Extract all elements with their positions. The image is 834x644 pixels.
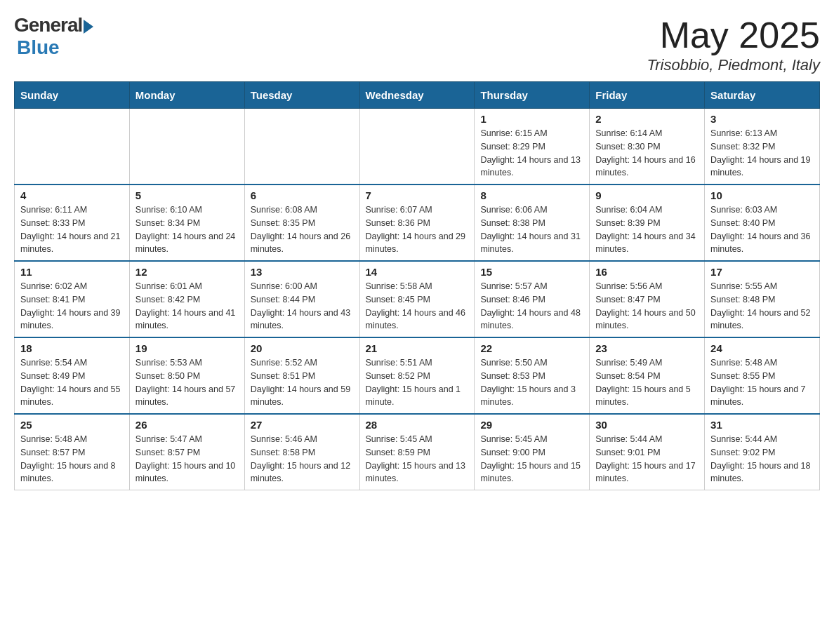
- day-number: 19: [135, 342, 239, 354]
- day-number: 20: [251, 342, 354, 354]
- day-info: Sunrise: 6:11 AM Sunset: 8:33 PM Dayligh…: [20, 205, 120, 254]
- table-row: 13Sunrise: 6:00 AM Sunset: 8:44 PM Dayli…: [244, 261, 359, 337]
- day-number: 30: [595, 419, 699, 431]
- day-number: 17: [710, 266, 814, 278]
- day-number: 31: [710, 419, 814, 431]
- day-number: 26: [135, 419, 239, 431]
- day-info: Sunrise: 6:06 AM Sunset: 8:38 PM Dayligh…: [480, 205, 580, 254]
- table-row: 30Sunrise: 5:44 AM Sunset: 9:01 PM Dayli…: [590, 414, 705, 490]
- day-number: 7: [366, 189, 469, 201]
- title-block: May 2025 Trisobbio, Piedmont, Italy: [647, 14, 820, 74]
- day-info: Sunrise: 6:04 AM Sunset: 8:39 PM Dayligh…: [595, 205, 695, 254]
- table-row: 4Sunrise: 6:11 AM Sunset: 8:33 PM Daylig…: [15, 185, 130, 261]
- page-header: General Blue May 2025 Trisobbio, Piedmon…: [14, 14, 820, 74]
- table-row: 3Sunrise: 6:13 AM Sunset: 8:32 PM Daylig…: [705, 109, 820, 185]
- table-row: 21Sunrise: 5:51 AM Sunset: 8:52 PM Dayli…: [359, 337, 475, 414]
- day-number: 21: [366, 342, 469, 354]
- day-number: 27: [251, 419, 354, 431]
- day-info: Sunrise: 6:03 AM Sunset: 8:40 PM Dayligh…: [710, 205, 810, 254]
- day-number: 16: [595, 266, 699, 278]
- day-number: 11: [20, 266, 124, 278]
- table-row: 16Sunrise: 5:56 AM Sunset: 8:47 PM Dayli…: [590, 261, 705, 337]
- calendar-week-row: 18Sunrise: 5:54 AM Sunset: 8:49 PM Dayli…: [15, 337, 820, 414]
- col-friday: Friday: [590, 82, 705, 109]
- day-info: Sunrise: 6:13 AM Sunset: 8:32 PM Dayligh…: [710, 128, 810, 177]
- day-number: 24: [710, 342, 814, 354]
- day-number: 12: [135, 266, 239, 278]
- day-info: Sunrise: 5:47 AM Sunset: 8:57 PM Dayligh…: [135, 434, 235, 483]
- logo-arrow-icon: [84, 20, 93, 34]
- day-info: Sunrise: 5:54 AM Sunset: 8:49 PM Dayligh…: [20, 358, 120, 407]
- day-info: Sunrise: 6:14 AM Sunset: 8:30 PM Dayligh…: [595, 128, 695, 177]
- col-monday: Monday: [129, 82, 244, 109]
- col-saturday: Saturday: [705, 82, 820, 109]
- day-info: Sunrise: 6:07 AM Sunset: 8:36 PM Dayligh…: [366, 205, 465, 254]
- table-row: 29Sunrise: 5:45 AM Sunset: 9:00 PM Dayli…: [475, 414, 590, 490]
- month-title: May 2025: [647, 14, 820, 56]
- table-row: 11Sunrise: 6:02 AM Sunset: 8:41 PM Dayli…: [15, 261, 130, 337]
- day-info: Sunrise: 6:02 AM Sunset: 8:41 PM Dayligh…: [20, 281, 120, 330]
- table-row: 28Sunrise: 5:45 AM Sunset: 8:59 PM Dayli…: [359, 414, 475, 490]
- day-number: 29: [480, 419, 583, 431]
- day-number: 23: [595, 342, 699, 354]
- day-number: 4: [20, 189, 124, 201]
- day-number: 2: [595, 113, 699, 125]
- col-tuesday: Tuesday: [244, 82, 359, 109]
- logo: General Blue: [14, 14, 93, 59]
- day-info: Sunrise: 5:48 AM Sunset: 8:55 PM Dayligh…: [710, 358, 806, 407]
- table-row: 17Sunrise: 5:55 AM Sunset: 8:48 PM Dayli…: [705, 261, 820, 337]
- day-info: Sunrise: 5:57 AM Sunset: 8:46 PM Dayligh…: [480, 281, 580, 330]
- table-row: 31Sunrise: 5:44 AM Sunset: 9:02 PM Dayli…: [705, 414, 820, 490]
- day-number: 9: [595, 189, 699, 201]
- day-info: Sunrise: 6:10 AM Sunset: 8:34 PM Dayligh…: [135, 205, 235, 254]
- day-info: Sunrise: 5:44 AM Sunset: 9:01 PM Dayligh…: [595, 434, 695, 483]
- day-info: Sunrise: 5:48 AM Sunset: 8:57 PM Dayligh…: [20, 434, 116, 483]
- day-number: 14: [366, 266, 469, 278]
- table-row: 7Sunrise: 6:07 AM Sunset: 8:36 PM Daylig…: [359, 185, 475, 261]
- day-number: 5: [135, 189, 239, 201]
- day-number: 13: [251, 266, 354, 278]
- day-info: Sunrise: 5:58 AM Sunset: 8:45 PM Dayligh…: [366, 281, 465, 330]
- table-row: 19Sunrise: 5:53 AM Sunset: 8:50 PM Dayli…: [129, 337, 244, 414]
- table-row: 20Sunrise: 5:52 AM Sunset: 8:51 PM Dayli…: [244, 337, 359, 414]
- day-info: Sunrise: 6:15 AM Sunset: 8:29 PM Dayligh…: [480, 128, 580, 177]
- calendar-week-row: 25Sunrise: 5:48 AM Sunset: 8:57 PM Dayli…: [15, 414, 820, 490]
- day-info: Sunrise: 5:56 AM Sunset: 8:47 PM Dayligh…: [595, 281, 695, 330]
- day-info: Sunrise: 5:51 AM Sunset: 8:52 PM Dayligh…: [366, 358, 461, 407]
- table-row: 1Sunrise: 6:15 AM Sunset: 8:29 PM Daylig…: [475, 109, 590, 185]
- day-number: 22: [480, 342, 583, 354]
- calendar-table: Sunday Monday Tuesday Wednesday Thursday…: [14, 81, 820, 490]
- day-info: Sunrise: 5:46 AM Sunset: 8:58 PM Dayligh…: [251, 434, 350, 483]
- day-number: 25: [20, 419, 124, 431]
- logo-blue-text: Blue: [17, 36, 60, 59]
- day-number: 3: [710, 113, 814, 125]
- day-number: 10: [710, 189, 814, 201]
- day-info: Sunrise: 6:08 AM Sunset: 8:35 PM Dayligh…: [251, 205, 350, 254]
- table-row: 18Sunrise: 5:54 AM Sunset: 8:49 PM Dayli…: [15, 337, 130, 414]
- table-row: 5Sunrise: 6:10 AM Sunset: 8:34 PM Daylig…: [129, 185, 244, 261]
- calendar-week-row: 1Sunrise: 6:15 AM Sunset: 8:29 PM Daylig…: [15, 109, 820, 185]
- table-row: 27Sunrise: 5:46 AM Sunset: 8:58 PM Dayli…: [244, 414, 359, 490]
- table-row: 8Sunrise: 6:06 AM Sunset: 8:38 PM Daylig…: [475, 185, 590, 261]
- day-info: Sunrise: 6:01 AM Sunset: 8:42 PM Dayligh…: [135, 281, 235, 330]
- table-row: 22Sunrise: 5:50 AM Sunset: 8:53 PM Dayli…: [475, 337, 590, 414]
- day-info: Sunrise: 5:52 AM Sunset: 8:51 PM Dayligh…: [251, 358, 350, 407]
- table-row: 2Sunrise: 6:14 AM Sunset: 8:30 PM Daylig…: [590, 109, 705, 185]
- table-row: 26Sunrise: 5:47 AM Sunset: 8:57 PM Dayli…: [129, 414, 244, 490]
- location-title: Trisobbio, Piedmont, Italy: [647, 56, 820, 74]
- day-info: Sunrise: 5:45 AM Sunset: 8:59 PM Dayligh…: [366, 434, 465, 483]
- day-info: Sunrise: 5:50 AM Sunset: 8:53 PM Dayligh…: [480, 358, 576, 407]
- day-info: Sunrise: 5:55 AM Sunset: 8:48 PM Dayligh…: [710, 281, 810, 330]
- day-info: Sunrise: 5:49 AM Sunset: 8:54 PM Dayligh…: [595, 358, 691, 407]
- day-number: 1: [480, 113, 583, 125]
- table-row: 24Sunrise: 5:48 AM Sunset: 8:55 PM Dayli…: [705, 337, 820, 414]
- table-row: 14Sunrise: 5:58 AM Sunset: 8:45 PM Dayli…: [359, 261, 475, 337]
- day-number: 8: [480, 189, 583, 201]
- calendar-header-row: Sunday Monday Tuesday Wednesday Thursday…: [15, 82, 820, 109]
- logo-general-text: General: [14, 14, 82, 36]
- table-row: 6Sunrise: 6:08 AM Sunset: 8:35 PM Daylig…: [244, 185, 359, 261]
- table-row: [15, 109, 130, 185]
- day-info: Sunrise: 5:53 AM Sunset: 8:50 PM Dayligh…: [135, 358, 235, 407]
- calendar-week-row: 11Sunrise: 6:02 AM Sunset: 8:41 PM Dayli…: [15, 261, 820, 337]
- day-number: 18: [20, 342, 124, 354]
